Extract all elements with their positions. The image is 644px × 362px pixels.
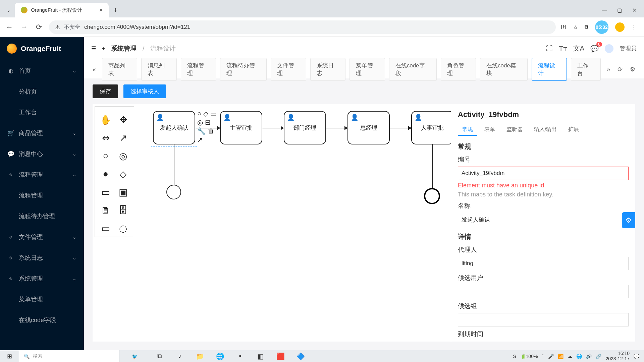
page-tab-6[interactable]: 菜单管理 bbox=[350, 58, 385, 81]
vscode-icon[interactable]: 🔷 bbox=[290, 350, 311, 362]
ctx-attach-icon[interactable]: ⊟ bbox=[205, 118, 211, 126]
bpmn-task-2[interactable]: 👤部门经理 bbox=[284, 111, 326, 144]
sidebar-item-4[interactable]: 💬消息中心⌄ bbox=[0, 143, 84, 164]
bpmn-task-0[interactable]: 👤发起人确认 bbox=[153, 111, 195, 144]
task-icon[interactable]: ▭ bbox=[97, 183, 114, 201]
sidebar-item-0[interactable]: ◐首页⌄ bbox=[0, 60, 84, 81]
fullscreen-icon[interactable]: ⛶ bbox=[546, 45, 553, 52]
end-event-icon[interactable]: ● bbox=[97, 165, 114, 183]
connect-tool-icon[interactable]: ↗ bbox=[114, 129, 132, 147]
intermediate-event-icon[interactable]: ◎ bbox=[114, 147, 132, 165]
terminal-icon[interactable]: ▪ bbox=[230, 350, 250, 362]
font-size-icon[interactable]: Tᴛ bbox=[559, 45, 567, 53]
page-tab-4[interactable]: 文件管理 bbox=[271, 58, 306, 81]
group-icon[interactable]: ◌ bbox=[114, 219, 132, 237]
page-tab-8[interactable]: 角色管理 bbox=[441, 58, 476, 81]
tray-up-icon[interactable]: ˄ bbox=[542, 354, 544, 359]
bpmn-task-4[interactable]: 👤人事审批 bbox=[411, 111, 453, 144]
window-close-icon[interactable]: ✕ bbox=[632, 7, 637, 13]
back-button[interactable]: ← bbox=[5, 23, 14, 32]
prop-tab-3[interactable]: 输入/输出 bbox=[530, 124, 561, 136]
sidebar-item-6[interactable]: 流程管理 bbox=[0, 185, 84, 206]
space-tool-icon[interactable]: ⇔ bbox=[97, 129, 114, 147]
translate-icon[interactable]: 文A bbox=[573, 44, 584, 53]
page-tab-7[interactable]: 在线code字段 bbox=[389, 58, 437, 81]
globe-icon[interactable]: 🌐 bbox=[576, 354, 582, 359]
sequence-flow-vertical-2[interactable] bbox=[432, 144, 433, 188]
brand[interactable]: OrangeFruit bbox=[0, 37, 84, 60]
prop-tab-2[interactable]: 监听器 bbox=[502, 124, 527, 136]
save-button[interactable]: 保存 bbox=[93, 84, 118, 98]
gateway-icon[interactable]: ◇ bbox=[114, 165, 132, 183]
extension-badge[interactable]: 05:32 bbox=[595, 20, 608, 34]
start-event[interactable] bbox=[166, 185, 181, 199]
prop-tab-0[interactable]: 常规 bbox=[458, 124, 477, 136]
bpmn-task-3[interactable]: 👤总经理 bbox=[347, 111, 390, 144]
battery-icon[interactable]: 🔋100% bbox=[520, 354, 538, 359]
cloud-icon[interactable]: ☁ bbox=[568, 354, 572, 359]
end-event[interactable] bbox=[424, 188, 440, 204]
sidebar-item-7[interactable]: 流程待办管理 bbox=[0, 206, 84, 227]
ctx-connect-icon[interactable]: ↗ bbox=[197, 136, 203, 144]
hand-tool-icon[interactable]: ✋ bbox=[97, 111, 114, 129]
messages-icon[interactable]: 💬8 bbox=[590, 45, 599, 53]
data-store-icon[interactable]: 🗄 bbox=[114, 201, 132, 219]
cortana-icon[interactable]: 🐦 bbox=[119, 354, 150, 359]
maximize-icon[interactable]: ▢ bbox=[617, 7, 622, 13]
prop-tab-1[interactable]: 表单 bbox=[480, 124, 499, 136]
candidate-group-field[interactable] bbox=[458, 313, 629, 326]
sidebar-item-3[interactable]: 🛒商品管理⌄ bbox=[0, 123, 84, 143]
profile-icon[interactable] bbox=[615, 22, 625, 32]
sequence-flow[interactable] bbox=[262, 128, 284, 128]
sidebar-item-12[interactable]: 在线code字段 bbox=[0, 310, 84, 330]
ctx-event-icon[interactable]: ○ bbox=[197, 110, 201, 118]
start-button[interactable]: ⊞ bbox=[0, 350, 19, 362]
prop-tab-4[interactable]: 扩展 bbox=[564, 124, 583, 136]
extensions-icon[interactable]: ⧉ bbox=[585, 24, 588, 30]
start-event-icon[interactable]: ○ bbox=[97, 147, 114, 165]
sequence-flow-vertical[interactable] bbox=[174, 144, 174, 185]
menu-icon[interactable]: ⋮ bbox=[631, 24, 637, 31]
password-key-icon[interactable]: ⚿ bbox=[561, 24, 567, 30]
page-tab-10[interactable]: 流程设计 bbox=[532, 58, 567, 81]
ctx-delete-icon[interactable]: 🗑 bbox=[208, 127, 214, 135]
tabs-reload-icon[interactable]: ⟳ bbox=[616, 66, 624, 73]
breadcrumb-root[interactable]: 系统管理 bbox=[111, 44, 137, 53]
wifi-icon[interactable]: 📶 bbox=[558, 354, 564, 359]
tabs-next-icon[interactable]: » bbox=[605, 66, 611, 73]
bookmark-icon[interactable]: ☆ bbox=[573, 24, 578, 31]
minimize-icon[interactable]: — bbox=[602, 7, 607, 13]
reload-button[interactable]: ⟳ bbox=[34, 23, 44, 32]
sidebar-item-11[interactable]: 菜单管理 bbox=[0, 289, 84, 310]
link-icon[interactable]: 🔗 bbox=[596, 354, 601, 359]
speaker-icon[interactable]: 🔊 bbox=[586, 354, 592, 359]
new-tab-button[interactable]: + bbox=[113, 6, 118, 14]
name-field[interactable] bbox=[458, 213, 629, 226]
sequence-flow[interactable] bbox=[326, 128, 347, 128]
task-view-icon[interactable]: ⧉ bbox=[150, 350, 170, 362]
tab-dropdown-icon[interactable]: ⌄ bbox=[3, 4, 15, 16]
collapse-sidebar-icon[interactable]: ☰ bbox=[91, 45, 96, 52]
ctx-gateway-icon[interactable]: ◇ bbox=[203, 110, 208, 118]
panel-settings-icon[interactable]: ⚙ bbox=[622, 212, 635, 228]
sidebar-item-2[interactable]: 工作台 bbox=[0, 102, 84, 123]
page-tab-2[interactable]: 流程管理 bbox=[181, 58, 216, 81]
data-object-icon[interactable]: 🗎 bbox=[97, 201, 114, 219]
tabs-prev-icon[interactable]: « bbox=[91, 66, 97, 73]
ctx-task-icon[interactable]: ▭ bbox=[210, 110, 217, 118]
page-tab-5[interactable]: 系统日志 bbox=[310, 58, 345, 81]
user-name[interactable]: 管理员 bbox=[620, 45, 637, 52]
mic-icon[interactable]: 🎤 bbox=[548, 354, 554, 359]
clock[interactable]: 16:10 2023-12-17 bbox=[605, 351, 630, 361]
sidebar-item-9[interactable]: ⟐系统日志⌄ bbox=[0, 247, 84, 268]
url-field[interactable]: ⚠ 不安全 chengo.com:4000/#/system/obpm?id=1… bbox=[49, 20, 556, 34]
id-field[interactable] bbox=[458, 167, 629, 180]
sequence-flow[interactable] bbox=[390, 128, 411, 128]
assignee-field[interactable] bbox=[458, 257, 629, 270]
sidebar-item-1[interactable]: 分析页 bbox=[0, 81, 84, 102]
music-app-icon[interactable]: ♪ bbox=[170, 350, 190, 362]
lasso-tool-icon[interactable]: ✥ bbox=[114, 111, 132, 129]
taskbar-search[interactable]: 🔍 搜索 bbox=[19, 350, 119, 362]
page-tab-0[interactable]: 商品列表 bbox=[102, 58, 137, 81]
app5-icon[interactable]: ◧ bbox=[250, 350, 270, 362]
